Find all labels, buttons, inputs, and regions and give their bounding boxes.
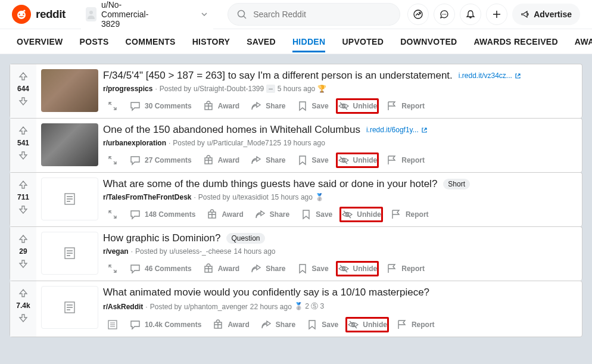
report-icon <box>396 319 408 331</box>
unhide-button[interactable]: Unhide <box>339 207 383 222</box>
search-input[interactable] <box>253 10 391 19</box>
create-post-icon[interactable] <box>486 4 507 25</box>
reddit-icon <box>12 5 31 24</box>
downvote-button[interactable] <box>16 94 30 108</box>
tab-overview[interactable]: OVERVIEW <box>17 31 63 52</box>
tab-hidden[interactable]: HIDDEN <box>292 31 325 52</box>
award-icon <box>206 209 218 220</box>
tab-awards-received[interactable]: AWARDS RECEIVED <box>473 31 557 52</box>
share-button[interactable]: Share <box>251 206 293 223</box>
subreddit-link[interactable]: r/TalesFromTheFrontDesk <box>103 193 191 201</box>
post-thumbnail[interactable] <box>41 69 98 112</box>
report-button[interactable]: Report <box>382 98 428 114</box>
upvote-button[interactable] <box>16 286 30 300</box>
tab-history[interactable]: HISTORY <box>192 31 230 52</box>
expand-button[interactable] <box>103 316 122 333</box>
award-button[interactable]: Award <box>199 98 243 114</box>
advertise-button[interactable]: Advertise <box>512 4 580 25</box>
subreddit-link[interactable]: r/urbanexploration <box>103 139 166 147</box>
save-button[interactable]: Save <box>293 152 332 169</box>
report-button[interactable]: Report <box>387 206 432 223</box>
avatar-icon <box>86 7 96 21</box>
comments-button[interactable]: 30 Comments <box>126 98 195 114</box>
search-box[interactable] <box>228 3 400 26</box>
post-thumbnail-text-icon[interactable] <box>41 286 98 329</box>
upvote-button[interactable] <box>16 69 30 83</box>
author-link[interactable]: u/Particular_Mode7125 <box>207 139 281 147</box>
upvote-button[interactable] <box>16 178 30 192</box>
logo[interactable]: reddit <box>12 5 66 24</box>
save-icon <box>297 100 309 112</box>
expand-button[interactable] <box>103 206 122 223</box>
text-post-icon <box>107 319 119 331</box>
save-button[interactable]: Save <box>293 98 332 114</box>
upvote-button[interactable] <box>16 123 30 138</box>
popular-icon[interactable] <box>407 4 429 25</box>
tab-upvoted[interactable]: UPVOTED <box>342 31 384 52</box>
unhide-button[interactable]: Unhide <box>345 317 389 332</box>
tab-awards-given[interactable]: AWARDS GIVEN <box>575 31 592 52</box>
tab-saved[interactable]: SAVED <box>247 31 276 52</box>
post-title[interactable]: What animated movie would you confidentl… <box>103 286 429 299</box>
notifications-icon[interactable] <box>460 4 481 25</box>
author-link[interactable]: u/useless-_-cheese <box>169 247 231 256</box>
save-button[interactable]: Save <box>303 316 342 333</box>
profile-tabs: OVERVIEWPOSTSCOMMENTSHISTORYSAVEDHIDDENU… <box>0 29 592 54</box>
downvote-button[interactable] <box>16 203 30 217</box>
post-thumbnail-text-icon[interactable] <box>41 178 98 220</box>
external-link[interactable]: i.redd.it/vz34cz... <box>459 71 521 80</box>
post-title[interactable]: How graphic is Dominion? <box>103 232 220 245</box>
unhide-button[interactable]: Unhide <box>336 98 379 114</box>
comments-button[interactable]: 10.4k Comments <box>126 316 205 333</box>
user-dropdown[interactable]: u/No-Commercial-3829 <box>81 0 213 31</box>
report-button[interactable]: Report <box>382 260 428 277</box>
author-link[interactable]: u/texasidiot <box>232 193 269 201</box>
report-button[interactable]: Report <box>392 316 438 333</box>
tab-posts[interactable]: POSTS <box>80 31 109 52</box>
external-link[interactable]: i.redd.it/6ogf1y... <box>366 126 428 134</box>
unhide-button[interactable]: Unhide <box>336 153 379 168</box>
award-badge-icon: 🥈 <box>315 193 324 201</box>
tab-downvoted[interactable]: DOWNVOTED <box>400 31 457 52</box>
downvote-button[interactable] <box>16 311 30 325</box>
award-button[interactable]: Award <box>202 206 247 223</box>
post-title[interactable]: What are some of the dumb things guests … <box>103 178 437 191</box>
post-thumbnail[interactable] <box>41 123 98 166</box>
header-actions: Advertise <box>407 4 580 25</box>
save-button[interactable]: Save <box>297 206 336 223</box>
author-link[interactable]: u/phantom_avenger <box>184 303 248 311</box>
subreddit-link[interactable]: r/vegan <box>103 247 129 256</box>
share-button[interactable]: Share <box>247 260 289 277</box>
share-button[interactable]: Share <box>257 316 299 333</box>
unhide-button[interactable]: Unhide <box>336 261 379 276</box>
post-score: 541 <box>17 139 29 147</box>
save-button[interactable]: Save <box>293 260 332 277</box>
post-title[interactable]: One of the 150 abandoned homes in Whiteh… <box>103 123 360 136</box>
tab-comments[interactable]: COMMENTS <box>126 31 176 52</box>
comments-button[interactable]: 27 Comments <box>126 152 195 169</box>
award-button[interactable]: Award <box>199 152 243 169</box>
expand-button[interactable] <box>103 98 122 114</box>
upvote-button[interactable] <box>16 232 30 246</box>
share-button[interactable]: Share <box>247 152 289 169</box>
post-flair[interactable]: Question <box>226 233 264 244</box>
top-header: reddit u/No-Commercial-3829 <box>0 0 592 29</box>
post-title[interactable]: F/34/5'4" [450 > 187 = 263] to say I'm a… <box>103 69 453 82</box>
subreddit-link[interactable]: r/AskReddit <box>103 303 143 311</box>
downvote-button[interactable] <box>16 257 30 271</box>
comments-button[interactable]: 46 Comments <box>126 260 195 277</box>
expand-button[interactable] <box>103 152 122 169</box>
report-button[interactable]: Report <box>382 152 428 169</box>
chat-icon[interactable] <box>434 4 455 25</box>
share-button[interactable]: Share <box>247 98 289 114</box>
award-button[interactable]: Award <box>199 260 243 277</box>
author-link[interactable]: u/Straight-Doubt-1399 <box>194 85 264 93</box>
post-flair[interactable]: Short <box>443 179 470 189</box>
downvote-button[interactable] <box>16 148 30 163</box>
post-thumbnail-text-icon[interactable] <box>41 232 98 275</box>
expand-button[interactable] <box>103 260 122 277</box>
comments-button[interactable]: 148 Comments <box>126 206 199 223</box>
subreddit-link[interactable]: r/progresspics <box>103 85 152 93</box>
award-button[interactable]: Award <box>208 316 253 333</box>
post-meta: r/AskReddit ·Posted by u/phantom_avenger… <box>103 301 577 312</box>
